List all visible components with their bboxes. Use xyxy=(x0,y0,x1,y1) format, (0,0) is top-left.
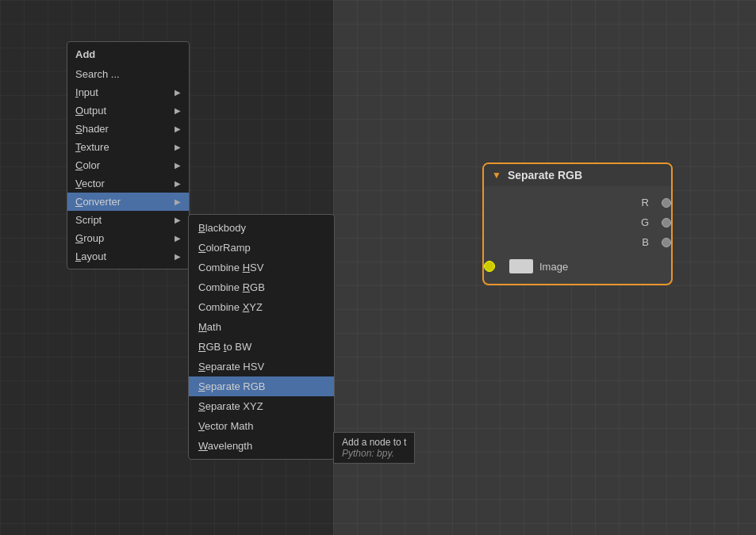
menu-item-script[interactable]: Script ▶ xyxy=(67,211,189,229)
submenu-item-blackbody-label: Blackbody xyxy=(198,222,246,234)
node-output-r: R xyxy=(484,193,671,212)
menu-item-output[interactable]: Output ▶ xyxy=(67,101,189,120)
add-menu-title: Add xyxy=(67,45,189,65)
menu-item-converter-label: Converter xyxy=(75,196,121,208)
menu-item-input[interactable]: Input ▶ xyxy=(67,83,189,101)
node-collapse-icon[interactable]: ▼ xyxy=(492,170,501,181)
submenu-item-separate-hsv-label: Separate HSV xyxy=(198,361,264,373)
menu-item-color-arrow: ▶ xyxy=(175,161,181,170)
menu-item-color[interactable]: Color ▶ xyxy=(67,156,189,174)
menu-item-color-label: Color xyxy=(75,159,100,171)
node-socket-g[interactable] xyxy=(662,218,671,227)
menu-item-converter-arrow: ▶ xyxy=(175,197,181,206)
node-output-g: G xyxy=(484,212,671,232)
node-input-image: Image xyxy=(484,255,671,277)
submenu-item-rgb-to-bw[interactable]: RGB to BW xyxy=(189,337,334,357)
node-body: R G B Image xyxy=(484,186,671,284)
submenu-item-vector-math-label: Vector Math xyxy=(198,420,253,432)
submenu-item-wavelength[interactable]: Wavelength xyxy=(189,436,334,456)
menu-item-script-arrow: ▶ xyxy=(175,216,181,224)
menu-item-group-arrow: ▶ xyxy=(175,234,181,243)
submenu-item-combine-xyz-label: Combine XYZ xyxy=(198,301,263,313)
node-title: Separate RGB xyxy=(508,169,582,182)
menu-item-layout[interactable]: Layout ▶ xyxy=(67,247,189,266)
menu-item-output-label: Output xyxy=(75,105,106,117)
menu-item-vector-label: Vector xyxy=(75,178,105,189)
tooltip: Add a node to t Python: bpy. xyxy=(333,432,415,464)
node-output-b: B xyxy=(484,232,671,252)
node-input-label: Image xyxy=(539,261,568,273)
submenu-item-blackbody[interactable]: Blackbody xyxy=(189,218,334,238)
menu-item-layout-label: Layout xyxy=(75,250,106,262)
menu-item-texture[interactable]: Texture ▶ xyxy=(67,138,189,156)
add-menu: Add Search ... Input ▶ Output ▶ Shader ▶… xyxy=(67,41,190,269)
submenu-item-separate-rgb-label: Separate RGB xyxy=(198,380,266,392)
node-output-r-label: R xyxy=(642,197,649,208)
menu-item-group-label: Group xyxy=(75,232,104,244)
submenu-item-separate-hsv[interactable]: Separate HSV xyxy=(189,357,334,376)
submenu-item-separate-xyz-label: Separate XYZ xyxy=(198,400,263,412)
submenu-item-math-label: Math xyxy=(198,321,221,333)
menu-item-shader-label: Shader xyxy=(75,123,109,135)
menu-item-shader[interactable]: Shader ▶ xyxy=(67,120,189,138)
menu-item-script-label: Script xyxy=(75,214,102,226)
menu-item-converter[interactable]: Converter ▶ xyxy=(67,193,189,211)
node-output-b-label: B xyxy=(642,236,649,248)
node-output-g-label: G xyxy=(641,216,649,228)
submenu-item-separate-xyz[interactable]: Separate XYZ xyxy=(189,396,334,416)
submenu-item-combine-hsv-label: Combine HSV xyxy=(198,262,263,273)
submenu-item-combine-rgb-label: Combine RGB xyxy=(198,281,265,293)
submenu-item-combine-rgb[interactable]: Combine RGB xyxy=(189,277,334,297)
menu-item-vector-arrow: ▶ xyxy=(175,179,181,188)
menu-item-layout-arrow: ▶ xyxy=(175,252,181,261)
menu-item-shader-arrow: ▶ xyxy=(175,124,181,133)
submenu-item-separate-rgb[interactable]: Separate RGB xyxy=(189,376,334,396)
menu-item-search[interactable]: Search ... xyxy=(67,65,189,83)
menu-item-group[interactable]: Group ▶ xyxy=(67,229,189,247)
node-socket-r[interactable] xyxy=(662,198,671,208)
submenu-item-combine-hsv[interactable]: Combine HSV xyxy=(189,258,334,277)
submenu-item-combine-xyz[interactable]: Combine XYZ xyxy=(189,297,334,317)
node-header: ▼ Separate RGB xyxy=(484,164,671,186)
submenu-item-colorramp-label: ColorRamp xyxy=(198,242,251,254)
node-socket-b[interactable] xyxy=(662,238,671,247)
menu-item-search-label: Search ... xyxy=(75,68,120,80)
submenu-item-colorramp[interactable]: ColorRamp xyxy=(189,238,334,258)
menu-item-texture-label: Texture xyxy=(75,141,109,153)
tooltip-line1: Add a node to t xyxy=(342,437,406,448)
menu-item-input-arrow: ▶ xyxy=(175,88,181,97)
menu-item-vector[interactable]: Vector ▶ xyxy=(67,174,189,193)
menu-item-texture-arrow: ▶ xyxy=(175,143,181,151)
tooltip-line2: Python: bpy. xyxy=(342,448,406,459)
menu-item-output-arrow: ▶ xyxy=(175,106,181,115)
converter-submenu: Blackbody ColorRamp Combine HSV Combine … xyxy=(188,214,335,460)
node-input-socket[interactable] xyxy=(484,261,495,272)
submenu-item-vector-math[interactable]: Vector Math xyxy=(189,416,334,436)
submenu-item-wavelength-label: Wavelength xyxy=(198,440,252,452)
submenu-item-math[interactable]: Math xyxy=(189,317,334,337)
separate-rgb-node[interactable]: ▼ Separate RGB R G B Image xyxy=(482,162,673,285)
menu-item-input-label: Input xyxy=(75,86,98,98)
node-input-swatch[interactable] xyxy=(509,259,533,273)
submenu-item-rgb-to-bw-label: RGB to BW xyxy=(198,341,251,353)
